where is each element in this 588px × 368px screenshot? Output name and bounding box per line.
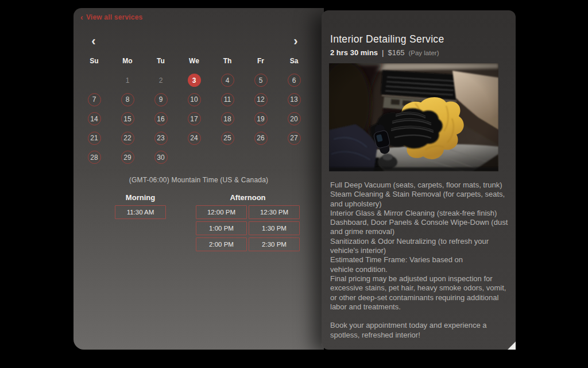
description-line: or other deep-set contaminants requiring… bbox=[330, 293, 507, 302]
service-title: Interior Detailing Service bbox=[330, 33, 444, 45]
description-line: Sanitization & Odor Neutralizing (to ref… bbox=[330, 237, 507, 246]
calendar-cell: 30 bbox=[144, 148, 177, 167]
calendar-day-10[interactable]: 10 bbox=[188, 93, 201, 106]
meta-separator: | bbox=[382, 48, 384, 57]
calendar-cell: 20 bbox=[277, 109, 311, 129]
back-link-label: View all services bbox=[86, 13, 143, 21]
view-all-services-link[interactable]: ‹ View all services bbox=[80, 13, 142, 21]
screen: ‹ View all services ‹ › SuMoTuWeThFrSa 1… bbox=[0, 0, 588, 368]
day-of-week-header: SuMoTuWeThFrSa bbox=[78, 56, 311, 66]
calendar-day-25[interactable]: 25 bbox=[221, 132, 234, 145]
payment-note: (Pay later) bbox=[408, 49, 439, 56]
calendar-cell: 29 bbox=[111, 148, 144, 167]
description-line: Interior Glass & Mirror Cleaning (streak… bbox=[330, 209, 507, 218]
calendar-cell: 24 bbox=[177, 129, 211, 148]
calendar-day-15[interactable]: 15 bbox=[121, 112, 134, 125]
day-header-we: We bbox=[177, 56, 211, 66]
calendar-cell: 22 bbox=[111, 129, 144, 148]
day-header-mo: Mo bbox=[111, 56, 144, 66]
booking-panel: ‹ View all services ‹ › SuMoTuWeThFrSa 1… bbox=[74, 8, 324, 350]
description-line: Final pricing may be adjusted upon inspe… bbox=[330, 274, 507, 283]
calendar-cell: 9 bbox=[144, 90, 177, 110]
calendar-empty-cell bbox=[78, 71, 111, 90]
calendar-day-12[interactable]: 12 bbox=[254, 93, 268, 106]
time-slot-12-00-pm[interactable]: 12:00 PM bbox=[196, 205, 247, 219]
time-slot-2-30-pm[interactable]: 2:30 PM bbox=[249, 237, 300, 251]
calendar-day-27[interactable]: 27 bbox=[288, 132, 301, 145]
description-line: vehicle's interior) bbox=[330, 246, 507, 255]
morning-slot-list: 11:30 AM bbox=[115, 205, 166, 219]
calendar-day-8[interactable]: 8 bbox=[121, 93, 134, 106]
calendar-day-3[interactable]: 3 bbox=[188, 74, 201, 87]
calendar-cell: 11 bbox=[211, 90, 244, 110]
calendar-day-17[interactable]: 17 bbox=[188, 112, 201, 125]
calendar-day-14[interactable]: 14 bbox=[88, 112, 101, 125]
description-line: Dashboard, Door Panels & Console Wipe-Do… bbox=[330, 218, 507, 227]
calendar-day-30[interactable]: 30 bbox=[154, 151, 168, 164]
closing-line: Book your appointment today and experien… bbox=[330, 321, 507, 330]
calendar-cell: 12 bbox=[244, 90, 277, 110]
calendar-cell: 16 bbox=[144, 109, 177, 129]
description-line: Full Deep Vacuum (seats, carpets, floor … bbox=[330, 181, 507, 190]
calendar-cell: 14 bbox=[78, 109, 111, 129]
calendar-cell: 6 bbox=[277, 71, 311, 90]
calendar-next-button[interactable]: › bbox=[289, 34, 302, 48]
description-line: labor and treatments. bbox=[330, 302, 507, 312]
calendar-cell: 26 bbox=[244, 129, 277, 148]
calendar-prev-button[interactable]: ‹ bbox=[87, 34, 100, 48]
calendar-day-4[interactable]: 4 bbox=[221, 74, 234, 87]
calendar-day-11[interactable]: 11 bbox=[221, 93, 234, 106]
description-line: Steam Cleaning & Stain Removal (for carp… bbox=[330, 190, 507, 199]
time-slot-2-00-pm[interactable]: 2:00 PM bbox=[196, 237, 247, 251]
description-line: excessive stains, pet hair, heavy smoke … bbox=[330, 283, 507, 293]
calendar-day-24[interactable]: 24 bbox=[188, 132, 201, 145]
calendar-day-28[interactable]: 28 bbox=[88, 151, 101, 164]
service-meta: 2 hrs 30 mins | $165 (Pay later) bbox=[330, 48, 439, 57]
calendar-day-7[interactable]: 7 bbox=[88, 93, 101, 106]
service-photo bbox=[329, 63, 498, 171]
description-line: and grime removal) bbox=[330, 227, 507, 236]
calendar-day-20[interactable]: 20 bbox=[288, 112, 301, 125]
calendar-cell: 13 bbox=[277, 90, 311, 110]
time-slot-12-30-pm[interactable]: 12:30 PM bbox=[249, 205, 300, 219]
day-header-su: Su bbox=[78, 56, 111, 66]
afternoon-slot-list: 12:00 PM12:30 PM1:00 PM1:30 PM2:00 PM2:3… bbox=[196, 205, 300, 251]
calendar-cell: 28 bbox=[78, 148, 111, 167]
calendar-cell: 27 bbox=[277, 129, 311, 148]
calendar-day-16[interactable]: 16 bbox=[154, 112, 168, 125]
calendar-cell: 1 bbox=[111, 71, 144, 90]
day-header-tu: Tu bbox=[144, 56, 177, 66]
time-slot-11-30-am[interactable]: 11:30 AM bbox=[115, 205, 166, 219]
calendar-day-1: 1 bbox=[121, 74, 134, 87]
calendar-cell: 25 bbox=[211, 129, 244, 148]
calendar-day-23[interactable]: 23 bbox=[154, 132, 168, 145]
car-interior-cleaning-illustration bbox=[329, 63, 498, 171]
calendar-cell: 4 bbox=[211, 71, 244, 90]
calendar-cell: 15 bbox=[111, 109, 144, 129]
calendar-day-21[interactable]: 21 bbox=[88, 132, 101, 145]
calendar-day-18[interactable]: 18 bbox=[221, 112, 234, 125]
calendar-day-9[interactable]: 9 bbox=[154, 93, 168, 106]
day-header-fr: Fr bbox=[244, 56, 277, 66]
time-slot-1-00-pm[interactable]: 1:00 PM bbox=[196, 221, 247, 235]
calendar-cell: 19 bbox=[244, 109, 277, 129]
calendar-cell: 3 bbox=[177, 71, 211, 90]
description-line: Estimated Time Frame: Varies based on bbox=[330, 255, 507, 264]
calendar-day-19[interactable]: 19 bbox=[254, 112, 268, 125]
calendar-day-6[interactable]: 6 bbox=[288, 74, 301, 87]
back-chevron-icon: ‹ bbox=[80, 14, 83, 21]
service-duration: 2 hrs 30 mins bbox=[330, 48, 378, 57]
calendar-day-29[interactable]: 29 bbox=[121, 151, 134, 164]
service-price: $165 bbox=[388, 48, 405, 57]
calendar-day-5[interactable]: 5 bbox=[254, 74, 268, 87]
calendar-day-13[interactable]: 13 bbox=[288, 93, 301, 106]
calendar-day-26[interactable]: 26 bbox=[254, 132, 268, 145]
time-slot-1-30-pm[interactable]: 1:30 PM bbox=[249, 221, 300, 235]
calendar-cell: 17 bbox=[177, 109, 211, 129]
calendar-cell: 8 bbox=[111, 90, 144, 110]
paragraph-spacer bbox=[330, 312, 507, 321]
description-line: and upholstery) bbox=[330, 200, 507, 209]
calendar-cell: 10 bbox=[177, 90, 211, 110]
description-line: vehicle condition. bbox=[330, 265, 507, 274]
calendar-day-22[interactable]: 22 bbox=[121, 132, 134, 145]
